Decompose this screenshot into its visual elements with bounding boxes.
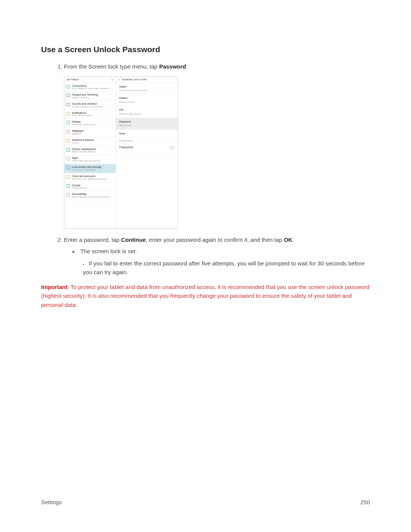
- item-sub: Battery, Storage, Memory: [72, 150, 96, 153]
- subsubstep-1-text: If you fail to enter the correct passwor…: [83, 260, 365, 275]
- advanced-icon: [67, 139, 70, 142]
- document-page: Use a Screen Unlock Password From the Sc…: [0, 0, 411, 532]
- opt-title: Swipe: [119, 85, 175, 89]
- step-1-bold: Password: [159, 63, 186, 70]
- search-icon[interactable]: ⌕: [112, 77, 113, 82]
- sidebar-item-lockscreen[interactable]: Lock screen and securityLock screen, Fin…: [64, 164, 116, 173]
- sidebar-item-display[interactable]: DisplayBrightness, Home screen: [64, 119, 116, 128]
- sidebar-item-apps[interactable]: AppsDefault apps, App permissions: [64, 155, 116, 164]
- hotspot-icon: [67, 94, 70, 97]
- item-sub: Block, allow, prioritize: [72, 114, 92, 117]
- opt-title: Password: [119, 120, 175, 124]
- settings-sidebar: SETTINGS ⌕ ConnectionsWi-Fi, Bluetooth, …: [64, 77, 116, 228]
- item-title: Wallpaper: [72, 129, 84, 133]
- opt-title: Fingerprints: [119, 145, 133, 150]
- item-title: Google: [72, 184, 86, 187]
- item-sub: Lock screen, Fingerprints: [72, 169, 101, 171]
- step-2-continue: Continue: [121, 236, 146, 243]
- important-note: Important: To protect your tablet and da…: [41, 283, 370, 309]
- item-sub: Wallpaper: [72, 133, 84, 135]
- step-2-ok: OK: [284, 236, 293, 243]
- notifications-icon: [67, 112, 70, 115]
- step-1: From the Screen lock type menu, tap Pass…: [64, 62, 370, 229]
- google-icon: [67, 184, 70, 188]
- opt-sub: Medium to high security: [119, 112, 175, 115]
- connections-icon: [67, 85, 70, 88]
- step-1-prefix: From the Screen lock type menu, tap: [64, 63, 159, 70]
- item-sub: Brightness, Home screen: [72, 123, 96, 126]
- accessibility-icon: [67, 193, 70, 197]
- sidebar-item-device-maintenance[interactable]: Device maintenanceBattery, Storage, Memo…: [64, 146, 116, 155]
- item-sub: Sounds, Vibration, Do not disturb: [72, 105, 103, 108]
- item-title: Hotspot and Tethering: [72, 93, 98, 96]
- cloud-icon: [67, 175, 70, 179]
- opt-sub: No security, Current lock type: [119, 89, 175, 92]
- subsubstep-1: If you fail to enter the correct passwor…: [83, 259, 370, 277]
- display-icon: [67, 121, 70, 124]
- item-sub: Google settings: [72, 187, 86, 189]
- lock-icon: [67, 166, 70, 169]
- lock-type-header: ‹ SCREEN LOCK TYPE: [116, 77, 178, 83]
- item-title: Device maintenance: [72, 148, 96, 151]
- item-title: Apps: [72, 157, 100, 160]
- biometrics-category: BIOMETRICS: [116, 138, 178, 144]
- settings-header-label: SETTINGS: [67, 78, 79, 81]
- lock-option-pattern[interactable]: PatternMedium security: [116, 94, 178, 106]
- apps-icon: [67, 157, 70, 160]
- item-sub: Default apps, App permissions: [72, 160, 100, 162]
- steps-list: From the Screen lock type menu, tap Pass…: [41, 62, 370, 276]
- lock-option-swipe[interactable]: SwipeNo security, Current lock type: [116, 83, 178, 95]
- sidebar-item-sounds[interactable]: Sounds and vibrationSounds, Vibration, D…: [64, 101, 116, 110]
- sidebar-item-accessibility[interactable]: AccessibilityVision, Hearing, Dexterity …: [64, 191, 116, 200]
- sidebar-item-google[interactable]: GoogleGoogle settings: [64, 182, 116, 192]
- item-title: Lock screen and security: [72, 166, 101, 169]
- cat-label: BIOMETRICS: [119, 139, 175, 142]
- item-sub: Hotspot, Tethering: [72, 96, 98, 99]
- step-2-c: , enter your password again to confirm i…: [146, 236, 284, 243]
- footer-page-number: 250: [360, 499, 370, 505]
- item-title: Display: [72, 120, 96, 123]
- item-sub: Games: [72, 142, 94, 144]
- substep-list: The screen lock is set. If you fail to e…: [64, 247, 370, 276]
- lock-option-fingerprints[interactable]: Fingerprints: [116, 144, 178, 152]
- item-title: Sounds and vibration: [72, 102, 103, 105]
- screen-lock-type-pane: ‹ SCREEN LOCK TYPE SwipeNo security, Cur…: [116, 77, 178, 228]
- settings-header: SETTINGS ⌕: [64, 77, 116, 83]
- screenshot-container: SETTINGS ⌕ ConnectionsWi-Fi, Bluetooth, …: [64, 77, 370, 229]
- opt-title: None: [119, 132, 175, 136]
- lock-option-pin[interactable]: PINMedium to high security: [116, 106, 178, 118]
- settings-screenshot: SETTINGS ⌕ ConnectionsWi-Fi, Bluetooth, …: [64, 77, 178, 229]
- opt-sub: Medium security: [119, 101, 175, 104]
- wallpaper-icon: [67, 130, 70, 133]
- sidebar-item-cloud[interactable]: Cloud and accountsSamsung Cloud, Backup …: [64, 173, 116, 182]
- sidebar-item-hotspot[interactable]: Hotspot and TetheringHotspot, Tethering: [64, 92, 116, 101]
- item-title: Accessibility: [72, 193, 110, 196]
- maintenance-icon: [67, 148, 70, 152]
- sidebar-item-notifications[interactable]: NotificationsBlock, allow, prioritize: [64, 110, 116, 119]
- footer-section: Settings: [41, 499, 62, 505]
- step-2-d: .: [292, 236, 294, 243]
- page-footer: Settings 250: [41, 499, 370, 505]
- step-2: Enter a password, tap Continue, enter yo…: [64, 236, 370, 277]
- subsubstep-list: If you fail to enter the correct passwor…: [72, 259, 370, 277]
- sidebar-item-wallpaper[interactable]: WallpaperWallpaper: [64, 128, 116, 137]
- section-heading: Use a Screen Unlock Password: [41, 45, 370, 54]
- opt-sub: High security: [119, 124, 175, 127]
- lock-option-password[interactable]: PasswordHigh security: [116, 118, 178, 130]
- item-title: Advanced features: [72, 139, 94, 142]
- step-2-a: Enter a password, tap: [64, 236, 121, 243]
- fingerprints-toggle[interactable]: [169, 146, 175, 149]
- back-icon[interactable]: ‹: [118, 78, 119, 81]
- substep-1-text: The screen lock is set.: [80, 248, 137, 254]
- lock-type-header-label: SCREEN LOCK TYPE: [122, 78, 147, 81]
- item-title: Connections: [72, 85, 112, 88]
- sidebar-item-advanced[interactable]: Advanced featuresGames: [64, 137, 116, 146]
- item-title: Cloud and accounts: [72, 175, 106, 178]
- item-sub: Vision, Hearing, Dexterity and interacti…: [72, 196, 110, 198]
- item-sub: Samsung Cloud, Backup and restore: [72, 178, 106, 180]
- sidebar-item-connections[interactable]: ConnectionsWi-Fi, Bluetooth, Data usage,…: [64, 83, 116, 92]
- substep-1: The screen lock is set. If you fail to e…: [72, 247, 370, 276]
- opt-title: PIN: [119, 108, 175, 112]
- lock-option-none[interactable]: None: [116, 130, 178, 139]
- step-1-suffix: .: [186, 63, 188, 70]
